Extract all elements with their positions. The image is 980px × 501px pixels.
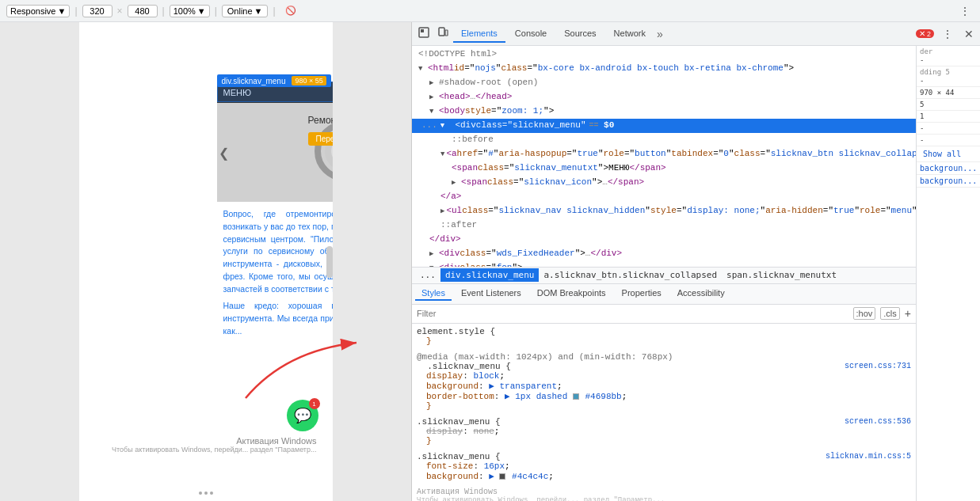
- html-line-a[interactable]: ▼ <a href="#" aria-haspopup="true" role=…: [412, 147, 916, 161]
- chat-bubble[interactable]: 💬 1: [287, 400, 318, 431]
- carousel-prev-btn[interactable]: ❮: [219, 145, 229, 160]
- html-line-before[interactable]: ::before: [412, 133, 916, 147]
- tab-elements[interactable]: Elements: [453, 25, 505, 43]
- html-line-shadow[interactable]: ▶ #shadow-root (open): [412, 76, 916, 90]
- devtools-close-btn[interactable]: ✕: [961, 26, 977, 42]
- devtools-right-col: der - dding 5 - 970 × 44 5 1 -: [917, 46, 980, 501]
- css-rule-element-style: element.style { }: [417, 327, 911, 346]
- html-line-fixedheader[interactable]: ▶ <div class="wds_FixedHeader"> … </div>: [412, 247, 916, 261]
- browser-content: div.slicknav_menu 980 × 55 МЕНЮ +7(921) …: [79, 22, 333, 501]
- tab-accessibility[interactable]: Accessibility: [671, 287, 731, 301]
- styles-filter-input[interactable]: [417, 309, 848, 318]
- tooltip-selector: div.slicknav_menu: [222, 77, 286, 85]
- tab-sources[interactable]: Sources: [556, 25, 604, 43]
- online-dropdown[interactable]: Online ▼: [222, 5, 269, 17]
- color-value-1: -: [920, 56, 977, 64]
- html-line-ul[interactable]: ▶ <ul class="slicknav_nav slicknav_hidde…: [412, 204, 916, 218]
- windows-activation-watermark: Активация Windows Чтобы активировать Win…: [112, 436, 316, 454]
- bg-link-2[interactable]: backgroun...: [920, 176, 977, 185]
- dot-2: [204, 492, 208, 495]
- styles-content: element.style { } @media (max-width: 102…: [412, 324, 916, 502]
- color-label-1: der: [920, 47, 977, 55]
- devtools-tabs: Elements Console Sources Network » ✕ 2 ⋮…: [412, 22, 980, 46]
- windows-activation-styles: Активация Windows: [417, 488, 911, 496]
- separator-3: |: [215, 6, 217, 17]
- html-line-html[interactable]: ▼ <html id="nojs" class="bx-core bx-andr…: [412, 62, 916, 76]
- color-box-5: 5: [917, 99, 980, 111]
- separator-2: |: [162, 6, 165, 17]
- carousel-text-area: Ремонт ленточных пил Перейти в раздел: [308, 115, 333, 146]
- no-throttle-icon[interactable]: 🚫: [280, 4, 301, 17]
- tab-styles[interactable]: Styles: [415, 287, 452, 301]
- html-line-selected[interactable]: ... ▼ <div class="slicknav_menu" == $0: [412, 119, 916, 133]
- color-value-size: 970 × 44: [920, 89, 977, 97]
- css-selector-3: .slicknav_menu { slicknav.min.css:5: [417, 452, 911, 461]
- html-line-head[interactable]: ▶ <head> … </head>: [412, 90, 916, 104]
- breadcrumb-menutxt[interactable]: span.slicknav_menutxt: [722, 268, 841, 282]
- windows-activation-styles-desc: Чтобы активировать Windows, перейди... р…: [417, 496, 911, 502]
- separator-1: |: [74, 6, 77, 17]
- color-value-dash1: -: [920, 124, 977, 132]
- html-line-close-div[interactable]: </div>: [412, 233, 916, 247]
- more-options-btn[interactable]: ⋮: [956, 3, 974, 19]
- cursor-icon: [418, 27, 429, 38]
- windows-activation-title: Активация Windows: [112, 436, 316, 446]
- carousel-area: ❮ Ремонт ленточных пил Перейти в раздел …: [217, 103, 333, 202]
- color-swatch-bg[interactable]: [499, 473, 505, 480]
- carousel-inner: Ремонт ленточных пил Перейти в раздел: [217, 103, 333, 202]
- dot-1: [199, 492, 202, 495]
- page-text-content: Вопрос, где отремонтировать свой инструм…: [217, 202, 333, 349]
- color-swatch-border[interactable]: [573, 393, 579, 400]
- online-label: Online: [227, 6, 253, 16]
- css-source-link-3[interactable]: slicknav.min.css:5: [826, 452, 911, 461]
- html-line-span-icon[interactable]: ▶ <span class="slicknav_icon"> … </span>: [412, 176, 916, 190]
- color-box-dding: dding 5 -: [917, 66, 980, 87]
- html-line-doctype[interactable]: <!DOCTYPE html>: [412, 47, 916, 62]
- html-line-body[interactable]: ▼ <body style="zoom: 1;">: [412, 104, 916, 119]
- devtools-panel: Elements Console Sources Network » ✕ 2 ⋮…: [412, 22, 980, 501]
- no-icon: 🚫: [285, 6, 296, 16]
- tab-console[interactable]: Console: [507, 25, 555, 43]
- tab-properties[interactable]: Properties: [616, 287, 668, 301]
- color-value-dash2: -: [920, 136, 977, 144]
- tab-event-listeners[interactable]: Event Listeners: [455, 287, 528, 301]
- breadcrumb-dots[interactable]: ...: [415, 268, 440, 282]
- carousel-btn[interactable]: Перейти в раздел: [308, 132, 333, 146]
- tab-network[interactable]: Network: [606, 25, 654, 43]
- html-line-after[interactable]: ::after: [412, 218, 916, 233]
- devtools-split: <!DOCTYPE html> ▼ <html id="nojs" class=…: [412, 46, 980, 501]
- html-line-span-menutxt[interactable]: <span class="slicknav_menutxt"> МЕНЮ </s…: [412, 161, 916, 176]
- error-badge: ✕ 2: [916, 29, 934, 38]
- svg-rect-3: [439, 28, 444, 36]
- css-prop-fontsize: font-size: 16px;: [417, 461, 911, 471]
- responsive-dropdown[interactable]: Responsive ▼: [6, 5, 70, 17]
- color-label-dding: dding 5: [920, 68, 977, 76]
- filter-pseudo-btn[interactable]: :hov: [853, 307, 876, 320]
- height-input[interactable]: [128, 5, 158, 17]
- filter-plus-btn[interactable]: +: [905, 307, 911, 320]
- css-rule-media: @media (max-width: 1024px) and (min-widt…: [417, 352, 911, 411]
- resize-handle[interactable]: [326, 246, 333, 278]
- html-tree: <!DOCTYPE html> ▼ <html id="nojs" class=…: [412, 46, 916, 267]
- tab-dom-breakpoints[interactable]: DOM Breakpoints: [531, 287, 612, 301]
- devtools-icons: ✕ 2 ⋮ ✕: [916, 26, 977, 42]
- html-line-close-a[interactable]: </a>: [412, 190, 916, 204]
- dot-3: [210, 492, 213, 495]
- separator-x: ×: [117, 6, 123, 17]
- show-all-link[interactable]: Show all: [920, 148, 977, 160]
- device-toolbar-btn[interactable]: [434, 25, 452, 42]
- filter-cls-btn[interactable]: .cls: [880, 307, 900, 320]
- breadcrumb-slicknav[interactable]: div.slicknav_menu: [440, 268, 540, 282]
- zoom-dropdown[interactable]: 100% ▼: [170, 5, 210, 17]
- more-tabs-icon[interactable]: »: [657, 28, 663, 40]
- breadcrumb-btn[interactable]: a.slicknav_btn.slicknav_collapsed: [539, 268, 722, 282]
- responsive-label: Responsive: [10, 6, 55, 16]
- bg-link-1[interactable]: backgroun...: [920, 164, 977, 173]
- css-source-link-2[interactable]: screen.css:536: [845, 417, 911, 426]
- zoom-arrow-icon: ▼: [197, 6, 206, 16]
- css-source-link-1[interactable]: screen.css:731: [845, 362, 911, 370]
- page-text-2: Наше кредо: хорошая подготов... и безотк…: [223, 300, 333, 337]
- inspect-element-btn[interactable]: [415, 25, 433, 42]
- width-input[interactable]: [82, 5, 112, 17]
- devtools-settings-btn[interactable]: ⋮: [939, 26, 956, 42]
